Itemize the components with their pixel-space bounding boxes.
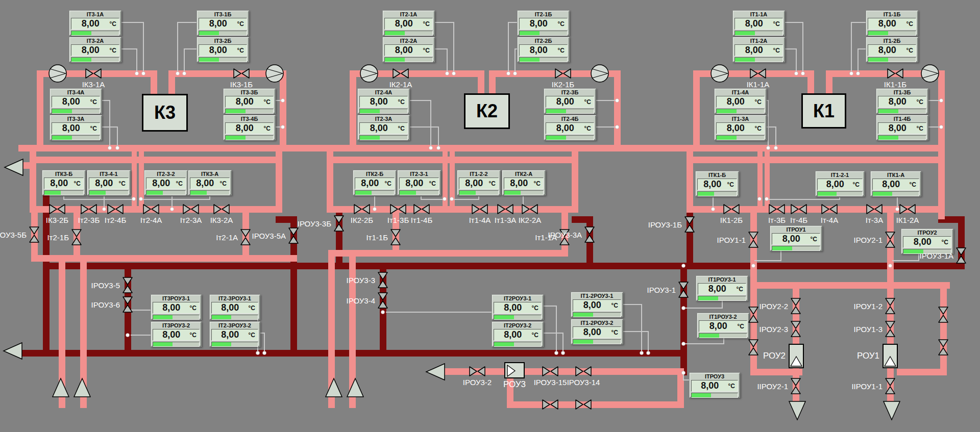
pump[interactable]	[265, 64, 284, 83]
temp-display[interactable]: IТ1-2РОУ3-2 8,00°C	[571, 319, 623, 344]
valve[interactable]: Iт1-3Б	[389, 204, 407, 215]
valve[interactable]: Iт2-4А	[142, 204, 160, 215]
valve[interactable]: IРОУ3-5	[122, 276, 133, 294]
temp-display[interactable]: IТ2-3-1 8,00°C	[397, 170, 441, 195]
temp-display[interactable]: IТ3-4Б 8,00°C	[223, 115, 276, 140]
valve[interactable]: Iт-4А	[821, 204, 838, 215]
valve[interactable]: IК3-1Б	[233, 68, 250, 79]
valve[interactable]: Iт-4Б	[790, 204, 807, 215]
valve[interactable]: IРОУ1-3	[885, 320, 896, 338]
temp-display[interactable]: IТ3-3А 8,00°C	[50, 115, 102, 140]
temp-display[interactable]: IТК1-Б 8,00°C	[695, 171, 739, 196]
valve[interactable]: IК3-2Б	[48, 204, 66, 215]
temp-display[interactable]: IТ3-4-1 8,00°C	[87, 170, 131, 195]
temp-display[interactable]: IТК1-А 8,00°C	[870, 171, 921, 196]
valve[interactable]: Iт2-4Б	[107, 204, 124, 215]
valve[interactable]: IРОУ3-3А	[584, 226, 595, 243]
collector-box[interactable]: К2	[464, 93, 510, 129]
valve[interactable]: Iт-3Б	[768, 204, 786, 215]
temp-display[interactable]: IТ2-2Б 8,00°C	[517, 37, 570, 62]
temp-display[interactable]: IТ1-2А 8,00°C	[732, 37, 785, 62]
temp-display[interactable]: IТ1-1А 8,00°C	[732, 10, 785, 36]
temp-display[interactable]: IТ1-2-1 8,00°C	[815, 171, 865, 196]
rou-unit[interactable]: РОУ1	[883, 344, 898, 368]
valve[interactable]	[938, 339, 949, 356]
pump[interactable]	[48, 64, 67, 83]
valve[interactable]: Iт1-3А	[497, 204, 514, 215]
temp-display[interactable]: IТРОУ2 8,00°C	[901, 228, 953, 254]
valve[interactable]: IРОУ3-6	[122, 296, 133, 313]
temp-display[interactable]: IТРОУ1 8,00°C	[770, 225, 822, 251]
valve[interactable]: IК1-1Б	[887, 68, 904, 79]
temp-display[interactable]: IТ2-4Б 8,00°C	[544, 115, 596, 140]
valve[interactable]: IК1-2А	[899, 204, 916, 215]
temp-display[interactable]: IТК3-Б 8,00°C	[42, 170, 86, 195]
pump[interactable]	[710, 64, 729, 83]
temp-display[interactable]: IТ1-2-2 8,00°C	[457, 170, 501, 195]
temp-display[interactable]: IТК2-Б 8,00°C	[353, 170, 397, 195]
collector-box[interactable]: К3	[142, 94, 188, 132]
temp-display[interactable]: IТ2РОУ3-1 8,00°C	[492, 294, 544, 320]
valve[interactable]: IРОУ3-1А	[955, 247, 967, 264]
valve[interactable]	[542, 399, 559, 410]
valve[interactable]	[748, 306, 759, 323]
valve[interactable]: IIРОУ2-1	[790, 377, 801, 395]
temp-display[interactable]: IТРОУ3 8,00°C	[689, 372, 740, 398]
pump[interactable]	[920, 64, 940, 83]
valve[interactable]: IРОУ3-4	[377, 292, 388, 309]
valve[interactable]: IIРОУ1-1	[885, 377, 896, 395]
valve[interactable]: IК1-1А	[749, 68, 767, 79]
temp-display[interactable]: IТ2-1Б 8,00°C	[517, 10, 570, 36]
temp-display[interactable]: IТ3РОУ3-1 8,00°C	[151, 294, 202, 320]
temp-display[interactable]: IТ3-1А 8,00°C	[69, 10, 121, 36]
valve[interactable]: IРОУ3-1	[678, 281, 689, 298]
valve[interactable]: IРОУ2-1	[885, 231, 896, 248]
pump[interactable]	[590, 64, 609, 83]
valve[interactable]: IРОУ3-3Б	[333, 215, 345, 232]
valve[interactable]: IРОУ3-5Б	[29, 226, 40, 243]
temp-display[interactable]: IТК3-А 8,00°C	[188, 170, 232, 195]
collector-box[interactable]: К1	[801, 93, 846, 129]
temp-display[interactable]: IТ1-4Б 8,00°C	[876, 115, 928, 140]
valve[interactable]: IК3-1А	[85, 68, 102, 79]
temp-display[interactable]: IТ2-1А 8,00°C	[382, 10, 435, 36]
temp-display[interactable]: IТ2РОУ3-2 8,00°C	[492, 321, 544, 347]
valve[interactable]: Iт2-3Б	[80, 204, 97, 215]
temp-display[interactable]: IТ2-2А 8,00°C	[382, 37, 435, 62]
temp-display[interactable]: IТ2-3Б 8,00°C	[544, 88, 596, 114]
valve[interactable]	[748, 339, 759, 356]
valve[interactable]: IК1-2Б	[723, 204, 740, 215]
valve[interactable]: IРОУ2-3	[790, 320, 801, 338]
temp-display[interactable]: IТ2-3А 8,00°C	[357, 115, 410, 140]
valve[interactable]: IК2-2А	[521, 204, 538, 215]
valve[interactable]: IРОУ3-14	[575, 366, 592, 377]
valve[interactable]: IРОУ3-2	[469, 366, 486, 377]
valve[interactable]: IРОУ2-2	[790, 297, 801, 315]
valve[interactable]: IК2-1А	[392, 68, 409, 79]
valve[interactable]: IРОУ1-1	[748, 231, 759, 248]
valve[interactable]: IРОУ1-2	[885, 297, 896, 315]
rou-unit[interactable]: РОУ3	[504, 362, 525, 378]
valve[interactable]: Iт1-4А	[471, 204, 488, 215]
temp-display[interactable]: IТ1-3А 8,00°C	[714, 115, 767, 140]
valve[interactable]: Iт1-1Б	[390, 228, 401, 246]
valve[interactable]: IРОУ3-1Б	[684, 216, 695, 233]
valve[interactable]	[575, 399, 592, 410]
temp-display[interactable]: IТ1-2РОУ3-1 8,00°C	[571, 292, 623, 317]
valve[interactable]: IК3-2А	[213, 204, 230, 215]
temp-display[interactable]: IТ3-3Б 8,00°C	[223, 88, 276, 114]
temp-display[interactable]: IТ3-1Б 8,00°C	[197, 10, 249, 36]
temp-display[interactable]: IТ1-4А 8,00°C	[714, 88, 767, 114]
valve[interactable]: Iт2-3А	[182, 204, 200, 215]
temp-display[interactable]: IТ3-2Б 8,00°C	[197, 37, 249, 62]
valve[interactable]: Iт2-1Б	[71, 228, 82, 246]
valve[interactable]: Iт-3А	[866, 204, 883, 215]
temp-display[interactable]: IТ2-4А 8,00°C	[357, 88, 410, 114]
valve[interactable]: Iт2-1А	[240, 228, 251, 246]
valve[interactable]	[938, 306, 949, 323]
temp-display[interactable]: IТК2-А 8,00°C	[502, 170, 546, 195]
temp-display[interactable]: IТ3-4А 8,00°C	[50, 88, 102, 114]
valve[interactable]: IРОУ3-15	[542, 366, 559, 377]
valve[interactable]: Iт1-4Б	[413, 204, 430, 215]
temp-display[interactable]: IТ2-3РОУ3-2 8,00°C	[209, 321, 260, 347]
